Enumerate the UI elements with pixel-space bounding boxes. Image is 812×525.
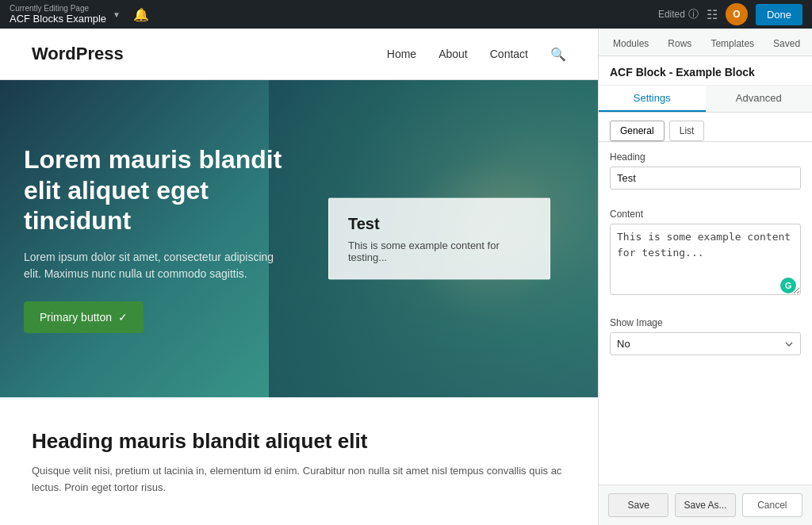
nav-contact[interactable]: Contact xyxy=(490,48,528,60)
page-name-label: ACF Blocks Example xyxy=(10,13,106,25)
edited-badge: Edited ⓘ xyxy=(658,7,699,21)
hero-title: Lorem mauris blandit elit aliquet eget t… xyxy=(24,144,305,236)
heading-field-group: Heading xyxy=(599,142,812,199)
subtab-general[interactable]: General xyxy=(610,121,665,141)
save-button[interactable]: Save xyxy=(608,493,668,517)
list-view-icon[interactable]: ☷ xyxy=(707,7,718,22)
chevron-down-icon[interactable]: ▼ xyxy=(113,10,121,19)
nav-home[interactable]: Home xyxy=(387,48,416,60)
done-button[interactable]: Done xyxy=(756,4,802,25)
show-image-label: Show Image xyxy=(610,317,801,328)
panel-top-tabs: Modules Rows Templates Saved xyxy=(599,29,812,56)
tab-settings[interactable]: Settings xyxy=(599,86,706,112)
acf-card-content: This is some example content for testing… xyxy=(348,240,530,263)
hero-section: Lorem mauris blandit elit aliquet eget t… xyxy=(0,80,598,397)
hero-content: Lorem mauris blandit elit aliquet eget t… xyxy=(0,144,329,332)
primary-button[interactable]: Primary button ✓ xyxy=(24,301,144,333)
wp-logo: WordPress xyxy=(32,44,124,64)
search-icon[interactable]: 🔍 xyxy=(550,47,566,62)
check-icon: ✓ xyxy=(118,311,128,324)
settings-tabs: Settings Advanced xyxy=(599,86,812,113)
panel-footer: Save Save As... Cancel xyxy=(599,485,812,525)
info-icon: ⓘ xyxy=(688,7,699,21)
tab-modules[interactable]: Modules xyxy=(605,33,657,56)
currently-editing-label: Currently Editing Page xyxy=(10,4,106,13)
panel-spacer xyxy=(599,365,812,485)
tab-rows[interactable]: Rows xyxy=(660,33,699,56)
below-text: Quisque velit nisi, pretium ut lacinia i… xyxy=(32,463,566,496)
primary-button-label: Primary button xyxy=(40,311,112,324)
acf-card-heading: Test xyxy=(348,215,530,233)
wp-menu: Home About Contact 🔍 xyxy=(387,47,566,62)
content-textarea[interactable]: This is some example content for testing… xyxy=(610,224,801,295)
tab-templates[interactable]: Templates xyxy=(703,33,762,56)
admin-bar: Currently Editing Page ACF Blocks Exampl… xyxy=(0,0,812,29)
subtab-list[interactable]: List xyxy=(669,121,705,141)
hero-description: Lorem ipsum dolor sit amet, consectetur … xyxy=(24,249,293,282)
right-panel: Modules Rows Templates Saved ACF Block -… xyxy=(598,29,812,525)
avatar[interactable]: O xyxy=(726,3,748,25)
tab-advanced[interactable]: Advanced xyxy=(706,86,813,112)
show-image-field-group: Show Image No Yes xyxy=(599,308,812,365)
content-label: Content xyxy=(610,209,801,220)
below-heading: Heading mauris blandit aliquet elit xyxy=(32,429,566,454)
admin-bar-left: Currently Editing Page ACF Blocks Exampl… xyxy=(10,4,149,25)
show-image-select-wrapper: No Yes xyxy=(610,332,801,355)
acf-block-card: Test This is some example content for te… xyxy=(328,198,550,280)
below-hero: Heading mauris blandit aliquet elit Quis… xyxy=(0,397,598,512)
admin-bar-info: Currently Editing Page ACF Blocks Exampl… xyxy=(10,4,106,25)
heading-label: Heading xyxy=(610,151,801,163)
main-layout: WordPress Home About Contact 🔍 Lorem mau… xyxy=(0,29,812,525)
preview-area: WordPress Home About Contact 🔍 Lorem mau… xyxy=(0,29,598,525)
heading-input[interactable] xyxy=(610,167,801,190)
block-title: ACF Block - Example Block xyxy=(599,56,812,86)
grammarly-icon: G xyxy=(780,278,796,293)
tab-saved[interactable]: Saved xyxy=(765,33,808,56)
sub-tabs: General List xyxy=(599,113,812,142)
admin-bar-right: Edited ⓘ ☷ O Done xyxy=(658,3,802,25)
content-field-group: Content This is some example content for… xyxy=(599,199,812,308)
cancel-button[interactable]: Cancel xyxy=(742,493,802,517)
nav-about[interactable]: About xyxy=(439,48,468,60)
wp-nav: WordPress Home About Contact 🔍 xyxy=(0,29,598,80)
save-as-button[interactable]: Save As... xyxy=(675,493,735,517)
bell-icon[interactable]: 🔔 xyxy=(133,7,149,22)
content-textarea-wrapper: This is some example content for testing… xyxy=(610,224,801,298)
show-image-select[interactable]: No Yes xyxy=(610,332,801,355)
